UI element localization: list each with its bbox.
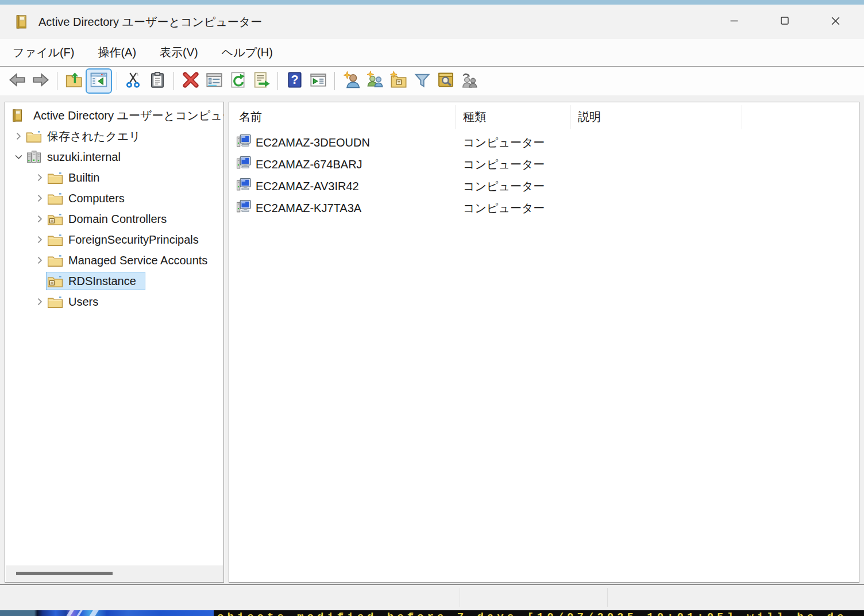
chevron-collapsed-icon[interactable] xyxy=(32,234,47,245)
chevron-collapsed-icon[interactable] xyxy=(32,192,47,204)
toolbar-separator xyxy=(173,72,174,90)
properties-icon xyxy=(205,71,223,91)
column-header-type[interactable]: 種類 xyxy=(456,109,570,125)
computer-icon xyxy=(236,133,252,152)
refresh-button[interactable] xyxy=(226,68,249,94)
column-header-description[interactable]: 説明 xyxy=(570,109,742,125)
computer-name: EC2AMAZ-KJ7TA3A xyxy=(256,202,361,215)
column-divider[interactable] xyxy=(570,105,570,129)
tree-item-label: Active Directory ユーザーとコンピューター xyxy=(33,108,224,124)
tree-item-active-directory[interactable]: Active Directory ユーザーとコンピューター xyxy=(5,105,223,126)
help-button[interactable]: ? xyxy=(283,68,306,94)
export-list-icon xyxy=(252,71,271,91)
tree-item-suzuki-internal[interactable]: suzuki.internal xyxy=(5,147,223,167)
desktop-wallpaper-sliver xyxy=(0,610,214,616)
tree-item-foreignsecurityprincipals[interactable]: ForeignSecurityPrincipals xyxy=(5,229,223,250)
action-pane-icon xyxy=(309,71,327,91)
computer-row-ec2amaz-av3ir42[interactable]: EC2AMAZ-AV3IR42コンピューター xyxy=(229,175,859,197)
add-to-group-button[interactable] xyxy=(457,68,481,94)
ou-icon xyxy=(47,211,63,226)
tree-item-label: ForeignSecurityPrincipals xyxy=(68,233,202,247)
book-icon xyxy=(9,108,25,123)
forward-button[interactable] xyxy=(29,68,52,94)
cut-button[interactable] xyxy=(122,68,145,94)
help-icon: ? xyxy=(286,71,304,91)
tree-item-users[interactable]: Users xyxy=(5,291,223,312)
chevron-collapsed-icon[interactable] xyxy=(11,130,26,142)
statusbar-divider xyxy=(460,588,460,607)
properties-button[interactable] xyxy=(202,68,226,94)
computer-row-ec2amaz-674barj[interactable]: EC2AMAZ-674BARJコンピューター xyxy=(229,153,859,175)
toolbar-separator xyxy=(117,72,117,90)
tree-item-label: Managed Service Accounts xyxy=(68,254,211,267)
statusbar xyxy=(0,584,864,610)
minimize-button[interactable] xyxy=(709,5,759,39)
back-button[interactable] xyxy=(5,68,29,94)
computer-row-ec2amaz-3deoudn[interactable]: EC2AMAZ-3DEOUDNコンピューター xyxy=(229,132,859,153)
tree-item-label: RDSInstance xyxy=(68,275,140,288)
up-one-level-button[interactable] xyxy=(62,68,86,94)
tree-horizontal-scrollbar[interactable] xyxy=(6,565,223,582)
paste-button[interactable] xyxy=(145,68,169,94)
maximize-icon xyxy=(778,14,791,29)
window-top-edge xyxy=(0,0,864,5)
delete-button[interactable] xyxy=(179,68,202,94)
folder-icon xyxy=(47,191,63,206)
tree-item-computers[interactable]: Computers xyxy=(5,188,223,209)
action-pane-button[interactable] xyxy=(306,68,330,94)
menu-f[interactable]: ファイル(F) xyxy=(13,45,74,60)
chevron-collapsed-icon[interactable] xyxy=(32,213,47,225)
paste-icon xyxy=(148,71,167,91)
console-content: Active Directory ユーザーとコンピューター保存されたクエリsuz… xyxy=(0,95,864,584)
maximize-button[interactable] xyxy=(759,5,810,39)
tree-item-label: suzuki.internal xyxy=(47,151,124,164)
computer-name: EC2AMAZ-AV3IR42 xyxy=(256,180,359,193)
tree-item-rdsinstance[interactable]: RDSInstance xyxy=(5,271,223,291)
find-button[interactable] xyxy=(434,68,457,94)
filter-button[interactable] xyxy=(410,68,434,94)
ou-icon xyxy=(47,274,63,288)
column-header-name[interactable]: 名前 xyxy=(229,109,456,125)
export-list-button[interactable] xyxy=(249,68,273,94)
chevron-collapsed-icon[interactable] xyxy=(32,172,47,183)
menu-a[interactable]: 操作(A) xyxy=(98,45,136,60)
toolbar-separator xyxy=(334,72,335,90)
column-divider[interactable] xyxy=(742,105,742,129)
computer-row-ec2amaz-kj7ta3a[interactable]: EC2AMAZ-KJ7TA3Aコンピューター xyxy=(229,197,859,219)
chevron-expanded-icon[interactable] xyxy=(11,151,26,163)
toggle-console-tree-icon xyxy=(90,71,108,91)
menubar: ファイル(F)操作(A)表示(V)ヘルプ(H) xyxy=(0,39,864,67)
column-divider[interactable] xyxy=(456,105,456,129)
close-button[interactable] xyxy=(810,5,861,39)
tree-item-label: Users xyxy=(68,295,102,309)
background-window-strip: objects modified before 7 days [10/07/20… xyxy=(0,610,864,616)
new-user-button[interactable] xyxy=(340,68,363,94)
folder-icon xyxy=(26,129,42,144)
menu-h[interactable]: ヘルプ(H) xyxy=(222,45,273,60)
up-one-level-icon xyxy=(65,71,83,91)
object-type: コンピューター xyxy=(456,179,570,194)
chevron-collapsed-icon[interactable] xyxy=(32,296,47,307)
computer-name: EC2AMAZ-674BARJ xyxy=(256,158,362,171)
svg-text:?: ? xyxy=(291,73,298,87)
filter-icon xyxy=(413,71,431,91)
object-type: コンピューター xyxy=(456,157,570,172)
selected-tree-item[interactable]: RDSInstance xyxy=(46,272,145,290)
tree-item-item-1[interactable]: 保存されたクエリ xyxy=(5,126,223,147)
statusbar-divider xyxy=(607,588,608,607)
scrollbar-thumb[interactable] xyxy=(16,572,113,575)
menu-v[interactable]: 表示(V) xyxy=(160,45,198,60)
toggle-console-tree-button[interactable] xyxy=(86,68,112,94)
tree-item-label: Computers xyxy=(68,192,128,205)
minimize-icon xyxy=(728,14,740,29)
tree-item-managed-service-accounts[interactable]: Managed Service Accounts xyxy=(5,250,223,271)
new-ou-icon xyxy=(389,71,408,91)
tree-item-domain-controllers[interactable]: Domain Controllers xyxy=(5,209,223,229)
object-list-pane: 名前種類説明 EC2AMAZ-3DEOUDNコンピューターEC2AMAZ-674… xyxy=(229,102,859,583)
add-to-group-icon xyxy=(460,71,479,91)
computer-icon xyxy=(236,155,252,174)
tree-item-builtin[interactable]: Builtin xyxy=(5,167,223,188)
chevron-collapsed-icon[interactable] xyxy=(32,255,47,266)
new-group-button[interactable] xyxy=(363,68,387,94)
new-ou-button[interactable] xyxy=(387,68,410,94)
